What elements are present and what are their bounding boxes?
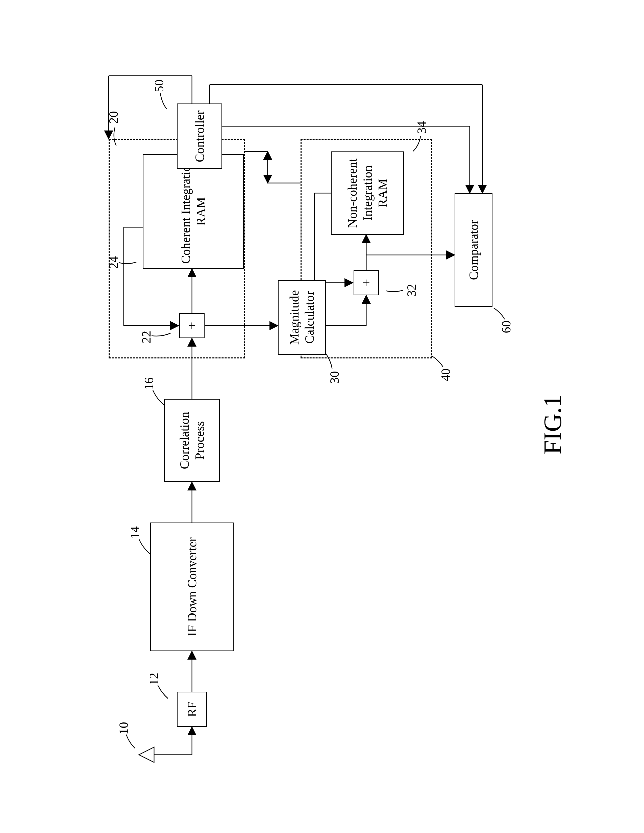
ref-16: 16 bbox=[142, 377, 156, 390]
block-coherent-ram: Coherent Integration RAM bbox=[143, 154, 244, 269]
adder-noncoherent: + bbox=[354, 270, 379, 295]
block-magnitude: Magnitude Calculator bbox=[278, 280, 326, 355]
ref-14: 14 bbox=[127, 526, 142, 539]
block-correlation: Correlation Process bbox=[164, 399, 220, 482]
ref-30: 30 bbox=[327, 371, 342, 384]
adder-coherent: + bbox=[179, 313, 204, 338]
block-nc-ram: Non-coherent Integration RAM bbox=[331, 151, 404, 235]
ref-12: 12 bbox=[147, 673, 161, 685]
block-ifdc: IF Down Converter bbox=[150, 523, 233, 651]
block-comparator: Comparator bbox=[455, 193, 493, 307]
diagram-stage: RF IF Down Converter Correlation Process… bbox=[0, 0, 644, 833]
ref-20: 20 bbox=[106, 111, 121, 124]
ref-50: 50 bbox=[151, 79, 166, 92]
ref-34: 34 bbox=[414, 121, 429, 134]
ref-10: 10 bbox=[116, 722, 131, 735]
ref-60: 60 bbox=[499, 321, 514, 333]
ref-22: 22 bbox=[139, 331, 153, 343]
ref-32: 32 bbox=[404, 284, 419, 297]
block-controller: Controller bbox=[177, 103, 222, 169]
figure-label: FIG.1 bbox=[538, 395, 567, 454]
page: RF IF Down Converter Correlation Process… bbox=[0, 0, 644, 833]
ref-40: 40 bbox=[438, 368, 453, 381]
ref-24: 24 bbox=[106, 256, 121, 269]
block-rf: RF bbox=[177, 691, 207, 727]
